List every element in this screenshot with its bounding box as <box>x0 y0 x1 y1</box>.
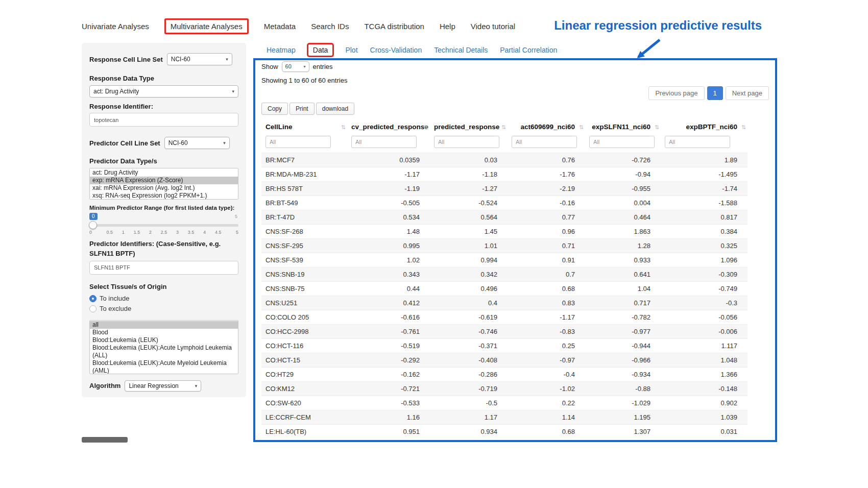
response-data-type-select[interactable]: act: Drug Activity ▾ <box>89 85 238 97</box>
value-cell: -0.371 <box>430 339 508 353</box>
response-identifier-input[interactable] <box>89 113 238 127</box>
cell-line-cell: CO:HT29 <box>261 368 347 382</box>
nav-item-search-ids[interactable]: Search IDs <box>311 22 349 31</box>
response-cell-line-set-group: Response Cell Line Set NCI-60 ▾ <box>89 53 238 65</box>
column-header-expbptf-nci60[interactable]: expBPTF_nci60 ⇅ <box>661 119 748 135</box>
column-filter-input[interactable] <box>266 136 331 148</box>
value-cell: 0.641 <box>585 267 661 282</box>
tab-data[interactable]: Data <box>307 43 334 57</box>
nav-item-univariate-analyses[interactable]: Univariate Analyses <box>82 22 149 31</box>
column-header-predicted-response[interactable]: predicted_response ⇅ <box>430 119 508 135</box>
value-cell: -1.27 <box>430 182 508 196</box>
nav-item-help[interactable]: Help <box>440 22 455 31</box>
value-cell: -1.76 <box>508 167 585 182</box>
column-header-cv-predicted-response[interactable]: cv_predicted_response ⇅ <box>347 119 430 135</box>
slider-handle[interactable] <box>89 221 97 229</box>
value-cell: 0.91 <box>508 253 585 267</box>
column-header-act609699-nci60[interactable]: act609699_nci60 ⇅ <box>508 119 585 135</box>
value-cell: 0.25 <box>508 339 585 353</box>
show-entries-value: 60 <box>285 63 292 69</box>
value-cell: 0.68 <box>508 282 585 296</box>
predictor-cell-line-set-select[interactable]: NCI-60 ▾ <box>164 137 230 149</box>
copy-button[interactable]: Copy <box>261 103 288 115</box>
show-entries-row: Show 60 ▾ entries <box>261 60 769 72</box>
value-cell: -0.726 <box>585 153 661 167</box>
column-filter-input[interactable] <box>512 136 577 148</box>
listbox-option[interactable]: xsq: RNA-seq Expression (log2 FPKM+1.) <box>90 192 238 200</box>
column-filter-input[interactable] <box>351 136 417 148</box>
response-cell-line-set-select[interactable]: NCI-60 ▾ <box>167 53 232 65</box>
cell-line-cell: CNS:SF-539 <box>261 253 347 267</box>
tissue-exclude-radio[interactable]: To exclude <box>89 304 238 314</box>
slider-tick: 2 <box>143 230 157 235</box>
nav-item-metadata[interactable]: Metadata <box>264 22 296 31</box>
slider-tick: 3.5 <box>184 230 198 235</box>
response-cell-line-set-value: NCI-60 <box>171 56 190 63</box>
min-predictor-range-slider[interactable]: 0 5 0 0.5 1 1.5 2 2.5 3 3.5 4 4.5 5 <box>89 213 238 236</box>
show-entries-select[interactable]: 60 ▾ <box>282 61 309 72</box>
column-filter-input[interactable] <box>665 136 730 148</box>
page: Univariate Analyses Multivariate Analyse… <box>0 0 868 488</box>
table-row: CO:COLO 205 -0.616 -0.619 -1.17 -0.782 -… <box>261 310 748 325</box>
tab-partial-correlation[interactable]: Partial Correlation <box>500 46 557 54</box>
tissue-include-radio[interactable]: To include <box>89 294 238 304</box>
tissue-origin-label: Select Tissue/s of Origin <box>89 283 238 290</box>
radio-label: To exclude <box>100 305 131 312</box>
column-header-cellline[interactable]: CellLine ⇅ <box>261 119 347 135</box>
cell-line-cell: BR:T-47D <box>261 210 347 225</box>
tissue-listbox[interactable]: all Blood Blood:Leukemia (LEUK) Blood:Le… <box>89 320 238 374</box>
predictor-identifiers-input[interactable] <box>89 261 238 275</box>
value-cell: 1.307 <box>585 425 661 439</box>
radio-label: To include <box>100 295 130 302</box>
table-row: CNS:SF-295 0.995 1.01 0.71 1.28 0.325 <box>261 239 748 253</box>
listbox-option-selected[interactable]: all <box>90 321 238 329</box>
value-cell: -1.588 <box>661 196 748 210</box>
showing-entries-text: Showing 1 to 60 of 60 entries <box>261 77 769 84</box>
nav-item-tcga-distribution[interactable]: TCGA distribution <box>364 22 424 31</box>
listbox-option[interactable]: xai: mRNA Expression (Avg. log2 Int.) <box>90 184 238 192</box>
column-filter-input[interactable] <box>434 136 499 148</box>
slider-value-badge: 0 <box>89 213 98 220</box>
next-page-button[interactable]: Next page <box>726 86 769 100</box>
table-row: CO:HCC-2998 -0.761 -0.746 -0.83 -0.977 -… <box>261 325 748 339</box>
table-row: BR:BT-549 -0.505 -0.524 -0.16 0.004 -1.5… <box>261 196 748 210</box>
nav-item-multivariate-analyses[interactable]: Multivariate Analyses <box>164 18 249 34</box>
download-button[interactable]: download <box>316 103 354 115</box>
value-cell: -0.944 <box>585 339 661 353</box>
value-cell: 0.902 <box>661 396 748 410</box>
value-cell: 1.02 <box>347 253 430 267</box>
predictor-cell-line-set-value: NCI-60 <box>168 139 188 147</box>
listbox-option[interactable]: act: Drug Activity <box>90 169 238 177</box>
column-header-expslfn11-nci60[interactable]: expSLFN11_nci60 ⇅ <box>585 119 661 135</box>
tab-heatmap[interactable]: Heatmap <box>267 46 296 54</box>
listbox-option[interactable]: Blood:Leukemia (LEUK):Acute Myeloid Leuk… <box>90 359 238 374</box>
listbox-option[interactable]: Blood:Leukemia (LEUK):Acute Lymphoid Leu… <box>90 344 238 359</box>
listbox-option[interactable]: Blood <box>90 329 238 336</box>
table-row: CNS:SNB-75 0.44 0.496 0.68 1.04 -0.749 <box>261 282 748 296</box>
slider-tick: 0.5 <box>103 230 117 235</box>
tab-technical-details[interactable]: Technical Details <box>434 46 488 54</box>
cell-line-cell: CO:HCC-2998 <box>261 325 347 339</box>
tab-plot[interactable]: Plot <box>345 46 357 54</box>
table-row: CNS:SF-268 1.48 1.45 0.96 1.863 0.384 <box>261 225 748 239</box>
listbox-option[interactable]: Blood:Leukemia (LEUK) <box>90 336 238 344</box>
print-button[interactable]: Print <box>290 103 315 115</box>
slider-track[interactable] <box>89 224 238 227</box>
value-cell: 1.117 <box>661 339 748 353</box>
value-cell: 1.16 <box>347 410 430 425</box>
cell-line-cell: CNS:U251 <box>261 296 347 310</box>
value-cell: -0.782 <box>585 310 661 325</box>
tab-cross-validation[interactable]: Cross-Validation <box>370 46 422 54</box>
previous-page-button[interactable]: Previous page <box>648 86 704 100</box>
value-cell: 0.496 <box>430 282 508 296</box>
value-cell: -0.16 <box>508 196 585 210</box>
cell-line-cell: CNS:SF-268 <box>261 225 347 239</box>
sort-icon: ⇅ <box>501 124 506 130</box>
predictor-data-types-listbox[interactable]: act: Drug Activity exp: mRNA Expression … <box>89 168 238 200</box>
algorithm-select[interactable]: Linear Regression ▾ <box>125 380 201 392</box>
listbox-option-selected[interactable]: exp: mRNA Expression (Z-Score) <box>90 177 238 184</box>
value-cell: 0.717 <box>585 296 661 310</box>
column-filter-input[interactable] <box>589 136 655 148</box>
page-number-button[interactable]: 1 <box>707 86 723 100</box>
nav-item-video-tutorial[interactable]: Video tutorial <box>471 22 515 31</box>
